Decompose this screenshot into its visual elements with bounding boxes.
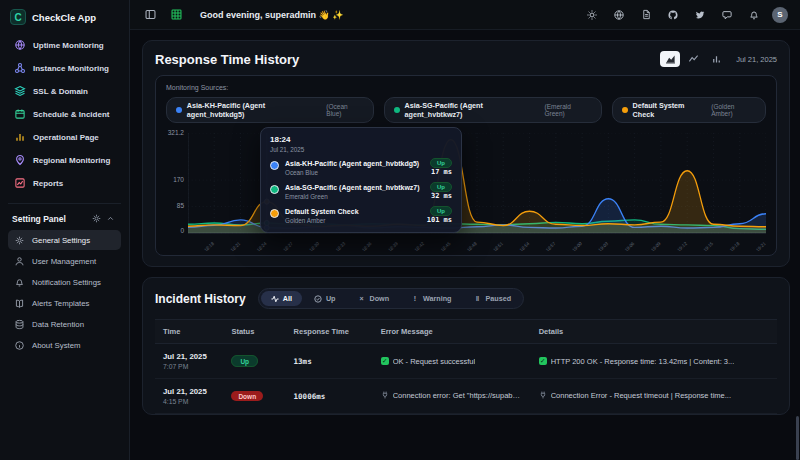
chevron-up-icon[interactable]: [106, 214, 115, 223]
area-view-button[interactable]: [660, 51, 680, 67]
incident-history-title: Incident History: [155, 292, 246, 306]
filter-label: Warning: [423, 294, 451, 303]
sidebar-toggle-icon[interactable]: [142, 7, 158, 23]
globe-icon: [14, 39, 26, 51]
sidebar-item-label: Reports: [33, 179, 63, 188]
incident-time: 4:15 PM: [163, 398, 215, 405]
svg-text:19:21: 19:21: [755, 241, 766, 251]
line-view-button[interactable]: [683, 51, 703, 67]
svg-text:18:54: 18:54: [519, 241, 531, 251]
setting-panel-label: Setting Panel: [12, 214, 87, 224]
twitter-icon[interactable]: [691, 6, 709, 24]
y-tick-label: 85: [177, 202, 184, 209]
user-avatar[interactable]: S: [772, 7, 788, 23]
sidebar-divider: [8, 203, 121, 204]
incident-details: HTTP 200 OK - Response time: 13.42ms | C…: [551, 357, 735, 366]
sidebar-item-label: Schedule & Incident: [33, 110, 109, 119]
response-time-chart[interactable]: 18:1518:1818:2118:2418:2718:3018:3318:36…: [188, 133, 766, 251]
chart-date-label: Jul 21, 2025: [736, 55, 777, 64]
svg-text:19:12: 19:12: [676, 241, 688, 251]
status-badge: Up: [430, 158, 452, 168]
response-time-card: Response Time History Jul 21, 2025 Monit…: [142, 40, 790, 267]
legend-color-name: (Ocean Blue): [326, 103, 363, 117]
globe-icon[interactable]: [610, 6, 628, 24]
filter-all-button[interactable]: All: [261, 291, 302, 306]
bell-icon: [14, 277, 25, 288]
tooltip-value: 32 ms: [431, 192, 452, 200]
incident-row[interactable]: Jul 21, 2025 4:15 PM Down 10006ms Connec…: [155, 379, 777, 414]
incident-date: Jul 21, 2025: [163, 387, 215, 396]
legend-chip-asia-kh[interactable]: Asia-KH-Pacific (Agent agent_hvbtkdg5) (…: [166, 97, 374, 123]
incident-time: 7:07 PM: [163, 363, 215, 370]
chart-y-axis: 321.2 170 85 0: [166, 133, 188, 233]
incident-details: Connection Error - Request timeout | Res…: [551, 391, 731, 400]
incident-history-card: Incident History All Up: [142, 277, 790, 415]
filter-label: Paused: [486, 294, 512, 303]
bar-view-button[interactable]: [706, 51, 726, 67]
filter-paused-button[interactable]: ‖ Paused: [464, 291, 522, 306]
app-logo[interactable]: C CheckCle App: [8, 6, 121, 34]
svg-text:19:06: 19:06: [624, 241, 636, 251]
dashboard-grid-icon[interactable]: [168, 7, 184, 23]
error-message: OK - Request successful: [393, 357, 476, 366]
docs-icon[interactable]: [637, 6, 655, 24]
database-icon: [14, 319, 25, 330]
golden-amber-dot-icon: [270, 209, 279, 218]
bell-icon[interactable]: [745, 6, 763, 24]
setting-panel-header[interactable]: Setting Panel: [8, 210, 121, 230]
filter-down-button[interactable]: × Down: [347, 291, 399, 306]
sidebar-item-operational-page[interactable]: Operational Page: [8, 126, 121, 148]
sidebar-item-ssl-domain[interactable]: SSL & Domain: [8, 80, 121, 102]
sidebar-item-alerts-templates[interactable]: Alerts Templates: [8, 293, 121, 313]
sidebar-item-schedule-incident[interactable]: Schedule & Incident: [8, 103, 121, 125]
ocean-blue-dot-icon: [176, 107, 182, 113]
sidebar-item-general-settings[interactable]: General Settings: [8, 230, 121, 250]
svg-text:18:33: 18:33: [335, 241, 347, 251]
incident-row[interactable]: Jul 21, 2025 7:07 PM Up 13ms ✓OK - Reque…: [155, 344, 777, 379]
theme-sun-icon[interactable]: [583, 6, 601, 24]
sidebar-item-uptime-monitoring[interactable]: Uptime Monitoring: [8, 34, 121, 56]
filter-warning-button[interactable]: ! Warning: [401, 291, 461, 306]
sidebar-item-label: Data Retention: [32, 320, 84, 329]
y-tick-label: 170: [173, 176, 184, 183]
app-logo-icon: C: [10, 9, 26, 25]
emerald-green-dot-icon: [394, 107, 400, 113]
sidebar-item-instance-monitoring[interactable]: Instance Monitoring: [8, 57, 121, 79]
scrollbar-thumb[interactable]: [796, 416, 799, 460]
y-tick-label: 0: [180, 227, 184, 234]
sidebar-item-label: Instance Monitoring: [33, 64, 109, 73]
sidebar-item-about-system[interactable]: About System: [8, 335, 121, 355]
status-badge: Up: [430, 182, 452, 192]
page-scrollbar[interactable]: [795, 30, 800, 460]
sidebar: C CheckCle App Uptime Monitoring Instanc…: [0, 0, 130, 460]
sidebar-item-data-retention[interactable]: Data Retention: [8, 314, 121, 334]
x-icon: ×: [357, 295, 365, 303]
col-time: Time: [155, 320, 223, 344]
response-time-value: 10006ms: [294, 392, 326, 401]
report-chart-icon: [14, 177, 26, 189]
calendar-icon: [14, 108, 26, 120]
legend-chip-default[interactable]: Default System Check (Golden Amber): [612, 97, 766, 123]
gear-icon[interactable]: [91, 213, 102, 224]
svg-text:18:45: 18:45: [440, 241, 452, 251]
sidebar-item-regional-monitoring[interactable]: Regional Monitoring: [8, 149, 121, 171]
main-content: Response Time History Jul 21, 2025 Monit…: [130, 30, 800, 460]
incident-date: Jul 21, 2025: [163, 352, 215, 361]
col-error-message: Error Message: [373, 320, 531, 344]
sidebar-item-reports[interactable]: Reports: [8, 172, 121, 194]
chart-view-toggle: [660, 51, 726, 67]
chat-icon[interactable]: [718, 6, 736, 24]
top-header: Good evening, superadmin 👋 ✨ S: [130, 0, 800, 30]
svg-text:19:00: 19:00: [571, 241, 583, 251]
filter-up-button[interactable]: Up: [304, 291, 346, 306]
gear-icon: [14, 235, 25, 246]
sidebar-item-user-management[interactable]: User Management: [8, 251, 121, 271]
plug-icon: [539, 391, 547, 399]
book-icon: [14, 298, 25, 309]
sidebar-item-notification-settings[interactable]: Notification Settings: [8, 272, 121, 292]
github-icon[interactable]: [664, 6, 682, 24]
filter-label: Down: [369, 294, 389, 303]
svg-text:18:27: 18:27: [282, 241, 294, 251]
incident-filter-group: All Up × Down ! Warn: [258, 288, 524, 309]
legend-chip-asia-sg[interactable]: Asia-SG-Pacific (Agent agent_hvbtkwz7) (…: [384, 97, 602, 123]
